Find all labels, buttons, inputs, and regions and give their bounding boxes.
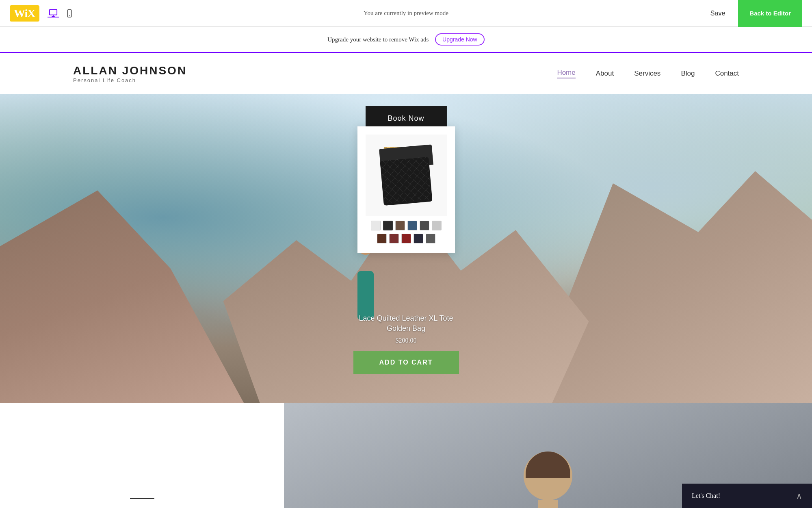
product-info: Lace Quilted Leather XL Tote Golden Bag … <box>353 313 459 374</box>
swatch-silver[interactable] <box>432 221 442 230</box>
product-name: Lace Quilted Leather XL Tote Golden Bag <box>353 313 459 334</box>
below-divider <box>130 498 154 499</box>
swatch-medium-gray[interactable] <box>426 234 435 243</box>
hero-section: Book Now <box>0 94 812 403</box>
nav-home[interactable]: Home <box>557 69 575 78</box>
person-body <box>357 271 374 320</box>
upgrade-banner: Upgrade your website to remove Wix ads U… <box>0 27 812 53</box>
product-card <box>357 126 455 253</box>
swatch-very-dark[interactable] <box>414 234 423 243</box>
site-nav: Home About Services Blog Contact <box>557 69 739 78</box>
portrait-hair <box>526 452 570 478</box>
svg-rect-0 <box>49 9 56 15</box>
portrait-neck <box>538 500 558 508</box>
swatch-dark-brown[interactable] <box>377 234 387 243</box>
swatch-dark-red[interactable] <box>389 234 399 243</box>
back-to-editor-button[interactable]: Back to Editor <box>738 0 802 27</box>
swatches-row-1 <box>366 221 447 230</box>
nav-services[interactable]: Services <box>634 69 660 78</box>
wix-logo[interactable]: WiX <box>10 5 39 22</box>
nav-contact[interactable]: Contact <box>715 69 739 78</box>
swatch-navy[interactable] <box>407 221 417 230</box>
nav-about[interactable]: About <box>596 69 614 78</box>
nav-blog[interactable]: Blog <box>681 69 695 78</box>
swatches-row-2 <box>366 234 447 243</box>
product-price: $200.00 <box>353 337 459 344</box>
site-logo: ALLAN JOHNSON Personal Life Coach <box>73 64 187 83</box>
mobile-icon[interactable] <box>64 9 75 17</box>
device-icons <box>48 9 75 17</box>
upgrade-banner-text: Upgrade your website to remove Wix ads <box>327 36 429 43</box>
bag-illustration <box>374 143 439 208</box>
wix-bar-right: Save Back to Editor <box>704 0 802 27</box>
below-left <box>0 403 284 508</box>
svg-point-4 <box>69 15 70 16</box>
wix-bar: WiX You are currently in preview mode Sa… <box>0 0 812 27</box>
site-subtitle: Personal Life Coach <box>73 77 136 83</box>
portrait-head <box>524 452 572 500</box>
chat-label: Let's Chat! <box>692 492 720 499</box>
site-header: ALLAN JOHNSON Personal Life Coach Home A… <box>0 53 812 94</box>
chat-chevron-icon: ∧ <box>796 491 802 501</box>
site-name: ALLAN JOHNSON <box>73 64 187 77</box>
save-button[interactable]: Save <box>704 7 732 20</box>
swatch-light-gray[interactable] <box>371 221 381 230</box>
chat-widget[interactable]: Let's Chat! ∧ <box>682 484 812 508</box>
swatch-black[interactable] <box>383 221 393 230</box>
wix-bar-left: WiX <box>10 5 75 22</box>
desktop-icon[interactable] <box>48 9 59 17</box>
upgrade-now-button[interactable]: Upgrade Now <box>435 33 485 46</box>
swatch-brown[interactable] <box>395 221 405 230</box>
swatch-red[interactable] <box>401 234 411 243</box>
product-image <box>366 135 447 216</box>
bag-quilted <box>381 156 431 204</box>
portrait-person <box>507 452 589 508</box>
swatch-dark-gray[interactable] <box>420 221 429 230</box>
preview-mode-text: You are currently in preview mode <box>364 10 448 17</box>
add-to-cart-button[interactable]: ADD TO CART <box>353 351 459 374</box>
